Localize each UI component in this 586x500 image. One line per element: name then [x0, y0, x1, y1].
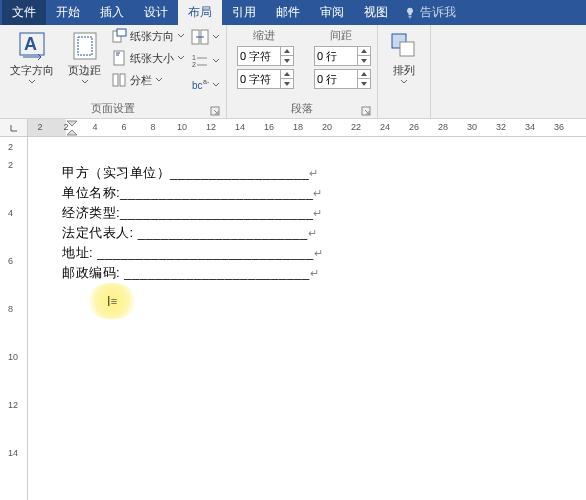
dialog-launcher-icon[interactable]	[361, 106, 371, 116]
workspace: 22468101214 甲方（实习单位）__________________↵ …	[0, 137, 586, 500]
spacing-before-field[interactable]	[315, 47, 357, 65]
spacing-after-field[interactable]	[315, 70, 357, 88]
tab-file[interactable]: 文件	[2, 0, 46, 25]
svg-text:a-: a-	[203, 78, 209, 85]
chevron-down-icon	[28, 78, 36, 86]
indent-sublabel: 缩进	[233, 28, 294, 43]
ribbon: A 文字方向 页边距 纸张方向 纸张大小	[0, 25, 586, 119]
dialog-launcher-icon[interactable]	[210, 106, 220, 116]
ruler-tick: 10	[8, 352, 18, 362]
document-page[interactable]: 甲方（实习单位）__________________↵ 单位名称:_______…	[28, 137, 586, 500]
tab-references[interactable]: 引用	[222, 0, 266, 25]
ruler-tick: 26	[409, 122, 419, 132]
ruler-tick: 4	[8, 208, 13, 218]
group-paragraph: 缩进 间距	[227, 25, 378, 118]
ruler-tick: 10	[177, 122, 187, 132]
columns-button[interactable]: 分栏	[111, 72, 185, 88]
spin-down[interactable]	[358, 56, 370, 65]
spin-up[interactable]	[281, 47, 293, 56]
spacing-after-input[interactable]	[314, 69, 371, 89]
indent-left-input[interactable]	[237, 46, 294, 66]
ruler-tick: 12	[8, 400, 18, 410]
ruler-tick: 2	[63, 122, 68, 132]
svg-rect-18	[400, 42, 414, 56]
orientation-icon	[111, 28, 127, 44]
spin-up[interactable]	[281, 70, 293, 79]
arrange-button[interactable]: 排列	[384, 28, 424, 88]
breaks-button[interactable]	[191, 28, 220, 46]
tab-selector[interactable]	[0, 119, 28, 136]
tab-mailings[interactable]: 邮件	[266, 0, 310, 25]
margins-icon	[69, 30, 101, 62]
tell-me-label: 告诉我	[420, 4, 456, 21]
chevron-down-icon	[155, 76, 163, 84]
breaks-icon	[191, 28, 209, 46]
chevron-down-icon	[177, 32, 185, 40]
tab-insert[interactable]: 插入	[90, 0, 134, 25]
doc-line: 地址: ____________________________↵	[62, 243, 586, 263]
indent-right-input[interactable]	[237, 69, 294, 89]
ruler-tick: 6	[8, 256, 13, 266]
ruler-tick: 20	[322, 122, 332, 132]
spacing-before-input[interactable]	[314, 46, 371, 66]
orientation-button[interactable]: 纸张方向	[111, 28, 185, 44]
doc-line: 经济类型:_________________________↵	[62, 203, 586, 223]
text-direction-icon: A	[16, 30, 48, 62]
paragraph-group-label: 段落	[233, 99, 371, 118]
svg-rect-7	[113, 74, 118, 86]
tab-layout[interactable]: 布局	[178, 0, 222, 25]
size-button[interactable]: 纸张大小	[111, 50, 185, 66]
text-direction-label: 文字方向	[10, 64, 54, 76]
ruler-tick: 8	[8, 304, 13, 314]
ruler-tick: 14	[235, 122, 245, 132]
hyphenation-button[interactable]: bca-	[191, 76, 220, 94]
group-arrange: 排列	[378, 25, 431, 118]
ruler-tick: 6	[121, 122, 126, 132]
bulb-icon	[404, 7, 416, 19]
text-direction-button[interactable]: A 文字方向	[6, 28, 58, 88]
spin-down[interactable]	[358, 79, 370, 88]
ribbon-tabs: 文件 开始 插入 设计 布局 引用 邮件 审阅 视图 告诉我	[0, 0, 586, 25]
spin-down[interactable]	[281, 56, 293, 65]
ruler-tick: 34	[525, 122, 535, 132]
ruler-horizontal[interactable]: 224681012141618202224262830323436	[0, 119, 586, 137]
cursor-highlight: I ≡	[84, 283, 140, 319]
doc-line: 邮政编码: ________________________↵	[62, 263, 586, 283]
indent-right-field[interactable]	[238, 70, 280, 88]
ruler-tick: 32	[496, 122, 506, 132]
margins-button[interactable]: 页边距	[64, 28, 105, 88]
tab-review[interactable]: 审阅	[310, 0, 354, 25]
ruler-vertical[interactable]: 22468101214	[0, 137, 28, 500]
group-page-setup: A 文字方向 页边距 纸张方向 纸张大小	[0, 25, 227, 118]
line-numbers-icon: 12	[191, 52, 209, 70]
chevron-down-icon	[177, 54, 185, 62]
doc-line: 法定代表人: ______________________↵	[62, 223, 586, 243]
chevron-down-icon	[212, 81, 220, 89]
spin-down[interactable]	[281, 79, 293, 88]
line-numbers-button[interactable]: 12	[191, 52, 220, 70]
size-label: 纸张大小	[130, 51, 174, 66]
spin-up[interactable]	[358, 70, 370, 79]
svg-text:A: A	[24, 34, 37, 54]
columns-label: 分栏	[130, 73, 152, 88]
ruler-tick: 30	[467, 122, 477, 132]
ruler-tick: 8	[150, 122, 155, 132]
page-setup-group-label: 页面设置	[6, 99, 220, 118]
doc-line: 甲方（实习单位）__________________↵	[62, 163, 586, 183]
orientation-label: 纸张方向	[130, 29, 174, 44]
tab-view[interactable]: 视图	[354, 0, 398, 25]
ruler-tick: 2	[37, 122, 42, 132]
ruler-tick: 36	[554, 122, 564, 132]
ruler-tick: 4	[92, 122, 97, 132]
spin-up[interactable]	[358, 47, 370, 56]
tab-home[interactable]: 开始	[46, 0, 90, 25]
indent-left-field[interactable]	[238, 47, 280, 65]
tab-design[interactable]: 设计	[134, 0, 178, 25]
svg-rect-8	[120, 74, 125, 86]
chevron-down-icon	[212, 33, 220, 41]
ruler-tick: 12	[206, 122, 216, 132]
ruler-tick: 14	[8, 448, 18, 458]
tell-me-search[interactable]: 告诉我	[404, 4, 456, 21]
margins-label: 页边距	[68, 64, 101, 76]
doc-line: 单位名称:_________________________↵	[62, 183, 586, 203]
